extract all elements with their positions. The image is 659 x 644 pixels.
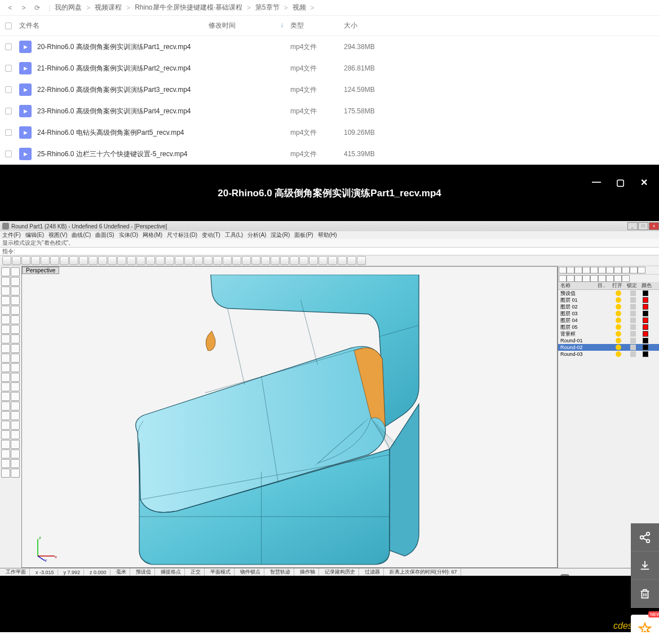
tool-icon[interactable]: [11, 325, 20, 334]
toolbar-icon[interactable]: [50, 256, 59, 265]
tool-icon[interactable]: [11, 411, 20, 420]
toolbar-icon[interactable]: [280, 256, 289, 265]
toolbar-icon[interactable]: [319, 256, 328, 265]
panel-tab-icon[interactable]: [638, 267, 645, 274]
status-item[interactable]: 毫米: [113, 568, 130, 576]
layer-color-swatch[interactable]: [643, 297, 648, 303]
delete-button[interactable]: [631, 580, 659, 608]
breadcrumb-item[interactable]: 视频课程: [95, 3, 122, 12]
layer-tool-icon[interactable]: [559, 275, 567, 282]
rhino-min-button[interactable]: _: [627, 222, 638, 230]
toolbar-icon[interactable]: [213, 256, 222, 265]
layer-tool-icon[interactable]: [590, 275, 598, 282]
toolbar-icon[interactable]: [175, 256, 184, 265]
menu-item[interactable]: 文件(F): [2, 231, 21, 239]
download-button[interactable]: [631, 552, 659, 580]
toolbar-icon[interactable]: [242, 256, 251, 265]
status-item[interactable]: 平面模式: [207, 568, 235, 576]
tool-icon[interactable]: [11, 315, 20, 324]
menu-item[interactable]: 分析(A): [247, 231, 266, 239]
layer-row[interactable]: 预设值: [558, 290, 659, 297]
layer-lock-icon[interactable]: [630, 324, 636, 330]
file-row[interactable]: 21-Rhino6.0 高级倒角案例实训演练Part2_recv.mp4 mp4…: [0, 58, 659, 79]
layer-tool-icon[interactable]: [582, 275, 590, 282]
toolbar-icon[interactable]: [117, 256, 126, 265]
tool-icon[interactable]: [11, 373, 20, 382]
status-item[interactable]: 过滤器: [361, 568, 384, 576]
menu-item[interactable]: 渲染(R): [271, 231, 290, 239]
toolbar-icon[interactable]: [41, 256, 50, 265]
tool-icon[interactable]: [1, 459, 10, 468]
toolbar-icon[interactable]: [108, 256, 117, 265]
toolbar-icon[interactable]: [328, 256, 337, 265]
toolbar-icon[interactable]: [299, 256, 308, 265]
menu-item[interactable]: 曲面(S): [95, 231, 114, 239]
file-checkbox[interactable]: [5, 151, 12, 157]
status-item[interactable]: 预设值: [132, 568, 155, 576]
layer-row[interactable]: 背景框: [558, 330, 659, 337]
toolbar-icon[interactable]: [271, 256, 280, 265]
layer-row[interactable]: 图层 04: [558, 317, 659, 324]
layer-visibility-icon[interactable]: [616, 331, 621, 337]
layer-lock-icon[interactable]: [630, 351, 636, 357]
tool-icon[interactable]: [1, 402, 10, 411]
breadcrumb-item[interactable]: 第5章节: [255, 3, 280, 12]
tool-icon[interactable]: [1, 421, 10, 430]
menu-item[interactable]: 工具(L): [225, 231, 243, 239]
rhino-viewport[interactable]: Perspective: [21, 266, 558, 568]
tool-icon[interactable]: [11, 382, 20, 391]
layer-lock-icon[interactable]: [630, 311, 636, 316]
menu-item[interactable]: 编辑(E): [25, 231, 44, 239]
status-item[interactable]: z 0.000: [86, 570, 110, 575]
file-checkbox[interactable]: [5, 65, 12, 72]
file-row[interactable]: 25-Rhino6.0 边栏三十六个快捷键设置-5_recv.mp4 mp4文件…: [0, 143, 659, 165]
layer-row[interactable]: 图层 01: [558, 297, 659, 303]
panel-tab-icon[interactable]: [606, 267, 614, 274]
toolbar-icon[interactable]: [69, 256, 78, 265]
panel-tab-icon[interactable]: [590, 267, 598, 274]
toolbar-icon[interactable]: [98, 256, 107, 265]
column-type[interactable]: 类型: [290, 21, 344, 30]
toolbar-icon[interactable]: [2, 256, 11, 265]
layer-visibility-icon[interactable]: [616, 338, 621, 343]
panel-tab-icon[interactable]: [582, 267, 590, 274]
menu-item[interactable]: 尺寸标注(D): [167, 231, 197, 239]
tool-icon[interactable]: [1, 382, 10, 391]
tool-icon[interactable]: [1, 354, 10, 363]
layer-tool-icon[interactable]: [598, 275, 606, 282]
toolbar-icon[interactable]: [251, 256, 260, 265]
status-item[interactable]: 智慧轨迹: [267, 568, 294, 576]
tool-icon[interactable]: [11, 296, 20, 305]
tool-icon[interactable]: [1, 267, 10, 276]
tool-icon[interactable]: [11, 334, 20, 343]
tool-icon[interactable]: [11, 449, 20, 458]
tool-icon[interactable]: [1, 440, 10, 449]
rhino-command-prompt[interactable]: 指令:: [0, 247, 659, 255]
nav-back-button[interactable]: <: [3, 4, 17, 12]
layer-color-swatch[interactable]: [643, 351, 648, 357]
tool-icon[interactable]: [1, 325, 10, 334]
layer-visibility-icon[interactable]: [616, 317, 621, 323]
file-row[interactable]: 22-Rhino6.0 高级倒角案例实训演练Part3_recv.mp4 mp4…: [0, 79, 659, 100]
status-item[interactable]: 捕捉格点: [157, 568, 185, 576]
tool-icon[interactable]: [1, 373, 10, 382]
tool-icon[interactable]: [11, 440, 20, 449]
toolbar-icon[interactable]: [21, 256, 30, 265]
rhino-close-button[interactable]: x: [649, 222, 659, 230]
menu-item[interactable]: 帮助(H): [318, 231, 337, 239]
layer-color-swatch[interactable]: [643, 311, 648, 316]
layer-color-swatch[interactable]: [643, 324, 648, 330]
layer-visibility-icon[interactable]: [616, 345, 621, 350]
layer-lock-icon[interactable]: [630, 304, 636, 310]
layer-row[interactable]: Round-02: [558, 344, 659, 351]
viewport-canvas[interactable]: z x y: [22, 275, 557, 567]
tool-icon[interactable]: [1, 449, 10, 458]
layer-row[interactable]: 图层 02: [558, 303, 659, 310]
tool-icon[interactable]: [1, 277, 10, 286]
viewport-label[interactable]: Perspective: [22, 267, 59, 274]
layer-tool-icon[interactable]: [574, 275, 582, 282]
tool-icon[interactable]: [11, 402, 20, 411]
tool-icon[interactable]: [1, 296, 10, 305]
layer-lock-icon[interactable]: [630, 290, 636, 296]
menu-item[interactable]: 网格(M): [143, 231, 162, 239]
